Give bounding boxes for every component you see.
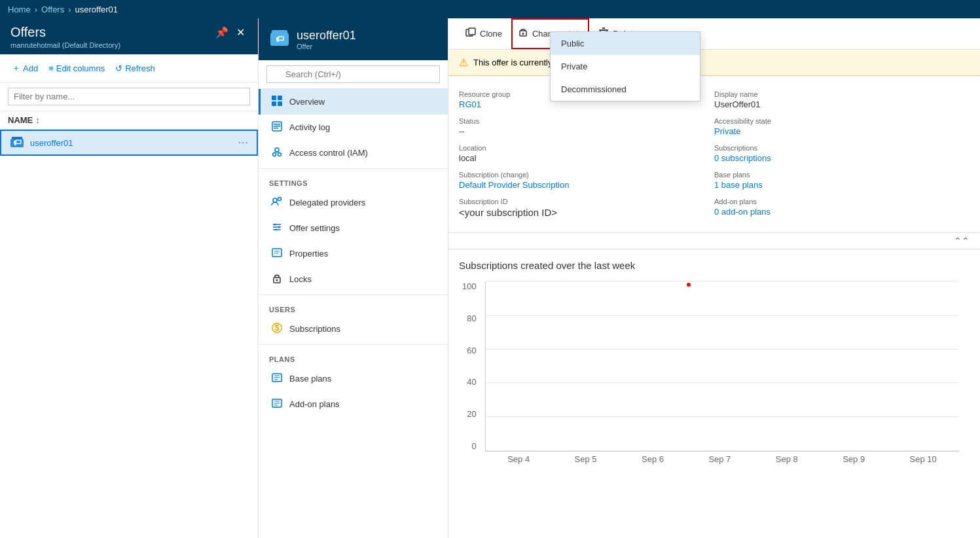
subscriptions-icon: $ xyxy=(271,322,283,336)
chart-data-point xyxy=(687,283,691,287)
svg-point-14 xyxy=(275,148,279,152)
svg-point-19 xyxy=(273,198,277,202)
subscriptions-count-value[interactable]: 0 subscriptions xyxy=(714,153,959,163)
status-value: -- xyxy=(459,126,704,136)
nav-item-base-plans[interactable]: Base plans xyxy=(259,366,448,391)
left-panel-title: Offers xyxy=(10,25,120,40)
accessibility-value: Private xyxy=(714,126,959,136)
search-box: 🔍 xyxy=(259,60,448,89)
chart-title: Subscriptions created over the last week xyxy=(459,260,970,271)
location-item: Location local xyxy=(459,140,714,167)
middle-panel-title: useroffer01 xyxy=(297,29,356,43)
middle-panel-header: 🏷 useroffer01 Offer xyxy=(259,18,448,60)
search-input[interactable] xyxy=(266,65,440,83)
base-plans-item: Base plans 1 base plans xyxy=(714,167,970,194)
filter-input[interactable] xyxy=(8,88,250,105)
accessibility-item: Accessibility state Private xyxy=(714,113,970,140)
nav-item-locks[interactable]: Locks xyxy=(259,266,448,292)
svg-point-20 xyxy=(278,198,281,201)
breadcrumb-current: useroffer01 xyxy=(75,5,118,14)
subscriptions-count-item: Subscriptions 0 subscriptions xyxy=(714,140,970,167)
filter-area xyxy=(0,82,258,111)
svg-line-17 xyxy=(274,152,277,153)
state-dropdown: Public Private Decommissioned xyxy=(550,31,700,101)
breadcrumb-home[interactable]: Home xyxy=(8,5,31,14)
svg-rect-9 xyxy=(278,101,282,106)
clone-button[interactable]: Clone xyxy=(459,18,509,49)
svg-rect-8 xyxy=(272,101,276,106)
activity-log-icon xyxy=(271,120,283,134)
change-state-icon xyxy=(518,27,528,40)
nav-item-overview[interactable]: Overview xyxy=(259,89,448,115)
middle-panel: 🏷 useroffer01 Offer 🔍 xyxy=(259,18,448,538)
add-on-plans-value[interactable]: 0 add-on plans xyxy=(714,207,959,217)
properties-icon xyxy=(271,247,283,260)
refresh-button[interactable]: ↺ Refresh xyxy=(111,61,159,76)
base-plans-value[interactable]: 1 base plans xyxy=(714,180,959,190)
right-panel: Clone Change state xyxy=(448,18,980,538)
warning-banner: ⚠ This offer is currently Private xyxy=(448,50,980,76)
right-toolbar: Clone Change state xyxy=(448,18,980,50)
plans-section-header: PLANS xyxy=(259,348,448,366)
details-grid: Resource group RG01 Display name UserOff… xyxy=(448,76,980,233)
dropdown-item-decommissioned[interactable]: Decommissioned xyxy=(551,78,700,101)
access-control-icon xyxy=(271,146,283,160)
collapse-details-btn[interactable]: ⌃⌃ xyxy=(448,233,980,249)
svg-rect-6 xyxy=(272,96,276,100)
svg-point-16 xyxy=(278,153,281,156)
base-plans-icon xyxy=(271,372,283,386)
offer-icon: 🏷 xyxy=(9,136,25,149)
offer-settings-icon xyxy=(271,221,283,235)
warning-icon: ⚠ xyxy=(459,56,468,69)
overview-icon xyxy=(271,95,283,109)
nav-item-addon-plans[interactable]: Add-on plans xyxy=(259,391,448,417)
nav-item-properties[interactable]: Properties xyxy=(259,241,448,266)
left-panel-subtitle: manrutehotmail (Default Directory) xyxy=(10,41,120,49)
middle-panel-subtitle: Offer xyxy=(297,43,356,50)
svg-text:🏷: 🏷 xyxy=(276,34,284,44)
breadcrumb-offers[interactable]: Offers xyxy=(41,5,64,14)
chart-container: 100 80 60 40 20 0 xyxy=(485,281,959,452)
dropdown-item-private[interactable]: Private xyxy=(551,55,700,78)
subscription-id-item: Subscription ID <your subscription ID> xyxy=(459,194,714,222)
svg-point-25 xyxy=(278,226,280,228)
svg-point-26 xyxy=(276,229,278,231)
chart-area: Subscriptions created over the last week… xyxy=(448,249,980,538)
left-panel: Offers manrutehotmail (Default Directory… xyxy=(0,18,259,538)
list-column-header: NAME ↕ xyxy=(0,111,258,130)
add-icon: ＋ xyxy=(12,62,20,74)
svg-rect-12 xyxy=(274,126,280,127)
add-on-plans-item: Add-on plans 0 add-on plans xyxy=(714,194,970,222)
svg-point-45 xyxy=(522,33,524,35)
sort-icon: ↕ xyxy=(35,115,40,125)
left-panel-header: Offers manrutehotmail (Default Directory… xyxy=(0,18,258,54)
status-item: Status -- xyxy=(459,113,714,140)
locks-icon xyxy=(271,272,283,286)
edit-columns-button[interactable]: ≡ Edit columns xyxy=(45,61,109,76)
nav-item-delegated-providers[interactable]: Delegated providers xyxy=(259,190,448,215)
refresh-icon: ↺ xyxy=(115,63,122,73)
svg-line-18 xyxy=(277,152,280,153)
list-item-menu-button[interactable]: ··· xyxy=(238,137,249,149)
svg-point-31 xyxy=(276,279,278,281)
svg-rect-11 xyxy=(274,124,280,125)
left-toolbar: ＋ Add ≡ Edit columns ↺ Refresh xyxy=(0,54,258,82)
nav-item-offer-settings[interactable]: Offer settings xyxy=(259,215,448,241)
main-layout: Offers manrutehotmail (Default Directory… xyxy=(0,18,980,538)
nav-item-access-control[interactable]: Access control (IAM) xyxy=(259,140,448,166)
svg-text:$: $ xyxy=(274,323,280,332)
subscription-value[interactable]: Default Provider Subscription xyxy=(459,180,704,190)
nav-item-activity-log[interactable]: Activity log xyxy=(259,115,448,140)
close-panel-button[interactable]: ✕ xyxy=(234,25,247,40)
columns-icon: ≡ xyxy=(48,63,54,73)
dropdown-item-public[interactable]: Public xyxy=(551,32,700,55)
svg-rect-27 xyxy=(272,249,281,257)
offer-header-icon: 🏷 xyxy=(269,29,290,50)
location-value: local xyxy=(459,153,704,163)
breadcrumb-bar: Home › Offers › useroffer01 xyxy=(0,0,980,18)
pin-button[interactable]: 📌 xyxy=(213,25,231,40)
add-button[interactable]: ＋ Add xyxy=(8,60,42,77)
list-item-name: useroffer01 xyxy=(30,138,238,148)
nav-item-subscriptions[interactable]: $ Subscriptions xyxy=(259,316,448,342)
list-item[interactable]: 🏷 useroffer01 ··· xyxy=(0,130,258,156)
